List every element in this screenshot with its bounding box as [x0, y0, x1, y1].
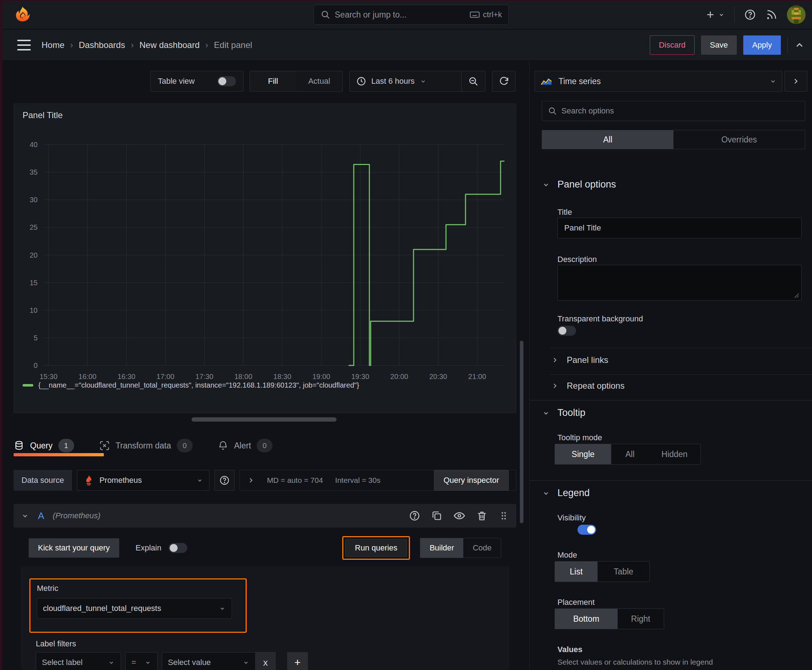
options-search [542, 101, 805, 121]
refresh-button[interactable] [498, 76, 509, 86]
svg-text:35: 35 [30, 168, 37, 176]
kick-start-query-button[interactable]: Kick start your query [29, 538, 119, 558]
legend-series-swatch[interactable] [22, 384, 33, 387]
builder-option[interactable]: Builder [420, 538, 463, 558]
query-ref-id[interactable]: A [38, 510, 44, 521]
search-input[interactable] [335, 10, 465, 20]
visualization-picker[interactable]: Time series [534, 71, 782, 91]
section-panel-options[interactable]: Panel options [542, 179, 616, 190]
query-datasource-hint: (Prometheus) [53, 511, 100, 520]
metric-select[interactable]: cloudflared_tunnel_total_requests [37, 598, 232, 619]
copy-icon [431, 510, 442, 521]
legend-mode-list[interactable]: List [555, 562, 598, 582]
transform-count-badge: 0 [177, 439, 193, 452]
user-avatar[interactable] [787, 5, 805, 24]
table-view-toggle[interactable] [217, 76, 236, 86]
tooltip-mode-single[interactable]: Single [555, 444, 611, 464]
grafana-logo-icon[interactable] [14, 5, 32, 24]
tab-overrides[interactable]: Overrides [673, 130, 805, 149]
options-search-input[interactable] [561, 106, 799, 116]
svg-text:20:00: 20:00 [390, 372, 408, 381]
select-label-dropdown[interactable]: Select label [36, 652, 121, 670]
window-edge-top [0, 0, 812, 2]
search-icon [548, 106, 557, 116]
discard-button[interactable]: Discard [650, 36, 695, 55]
toggle-viz-picker-button[interactable] [785, 71, 807, 91]
drag-query-handle[interactable] [498, 510, 509, 521]
legend-series-label[interactable]: {__name__="cloudflared_tunnel_total_requ… [38, 381, 359, 389]
zoom-out-time-button[interactable] [461, 71, 485, 91]
chevron-down-icon [242, 659, 249, 666]
legend-mode-switch: List Table [554, 561, 650, 582]
chevron-down-icon [769, 77, 777, 85]
toggle-query-visibility-button[interactable] [453, 510, 465, 522]
legend-placement-bottom[interactable]: Bottom [555, 609, 618, 629]
svg-text:20:30: 20:30 [429, 372, 447, 381]
section-legend[interactable]: Legend [542, 487, 590, 499]
chevron-right-icon[interactable] [247, 476, 255, 484]
chevron-down-icon [108, 659, 115, 666]
section-panel-links[interactable]: Panel links [551, 355, 608, 365]
panel-resize-handle[interactable] [192, 417, 337, 421]
query-inspector-button[interactable]: Query inspector [434, 470, 509, 491]
breadcrumb-new-dashboard[interactable]: New dashboard [139, 40, 199, 50]
add-filter-button[interactable]: + [287, 652, 308, 670]
svg-text:16:30: 16:30 [117, 372, 135, 381]
legend-visibility-toggle[interactable] [578, 524, 596, 535]
tooltip-mode-all[interactable]: All [611, 444, 649, 464]
help-button[interactable] [744, 8, 756, 21]
remove-filter-button[interactable]: x [256, 652, 276, 670]
tab-all[interactable]: All [542, 130, 673, 149]
breadcrumb-dashboards[interactable]: Dashboards [79, 40, 125, 50]
delete-query-button[interactable] [476, 510, 488, 521]
panel-title-input[interactable] [558, 218, 802, 239]
time-series-chart[interactable]: 051015202530354015:3016:0016:3017:0017:3… [14, 125, 512, 381]
editor-scrollbar[interactable] [520, 341, 524, 523]
legend-placement-right[interactable]: Right [618, 609, 664, 629]
legend-values-label: Values [558, 645, 583, 654]
time-range-picker[interactable]: Last 6 hours [350, 76, 461, 86]
new-menu-button[interactable] [705, 9, 725, 20]
actual-option[interactable]: Actual [296, 71, 342, 91]
save-button[interactable]: Save [701, 36, 737, 55]
max-data-points-stat: MD = auto = 704 [267, 476, 323, 485]
actions-divider [787, 37, 788, 53]
section-tooltip[interactable]: Tooltip [542, 407, 585, 418]
fill-option[interactable]: Fill [250, 71, 296, 91]
tab-transform-data[interactable]: Transform data 0 [99, 439, 193, 452]
run-queries-button[interactable]: Run queries [345, 539, 407, 557]
news-button[interactable] [765, 8, 778, 21]
tab-query[interactable]: Query 1 [14, 439, 74, 452]
window-edge-left [0, 0, 2, 670]
collapse-options-button[interactable] [794, 40, 805, 51]
section-repeat-options[interactable]: Repeat options [551, 381, 624, 391]
duplicate-query-button[interactable] [431, 510, 442, 521]
legend-mode-table[interactable]: Table [598, 562, 649, 582]
apply-button[interactable]: Apply [743, 36, 781, 55]
chevron-down-icon [21, 511, 29, 520]
select-value-dropdown[interactable]: Select value [162, 652, 256, 670]
metric-value: cloudflared_tunnel_total_requests [43, 604, 161, 613]
code-option[interactable]: Code [463, 538, 501, 558]
breadcrumb-home[interactable]: Home [42, 40, 64, 50]
legend-mode-label: Mode [558, 550, 577, 560]
operator-dropdown[interactable]: = [125, 652, 158, 670]
svg-text:15:30: 15:30 [39, 372, 57, 381]
tooltip-mode-hidden[interactable]: Hidden [649, 444, 700, 464]
legend-placement-label: Placement [558, 598, 595, 607]
panel-description-textarea[interactable] [558, 265, 802, 301]
menu-toggle-button[interactable] [17, 40, 31, 51]
global-search: ctrl+k [314, 5, 509, 25]
chevron-down-icon [542, 489, 550, 497]
transparent-background-toggle[interactable] [558, 326, 576, 336]
chevron-up-icon [794, 40, 805, 51]
query-help-button[interactable] [409, 510, 420, 521]
textarea-resize-handle[interactable] [794, 293, 800, 298]
nav-divider [734, 7, 735, 22]
tab-alert[interactable]: Alert 0 [218, 439, 273, 452]
svg-text:40: 40 [30, 140, 37, 149]
explain-toggle[interactable] [169, 543, 187, 553]
datasource-help-button[interactable] [214, 470, 234, 491]
query-row-header[interactable]: A (Prometheus) [14, 504, 516, 528]
datasource-select[interactable]: Prometheus [77, 470, 209, 491]
